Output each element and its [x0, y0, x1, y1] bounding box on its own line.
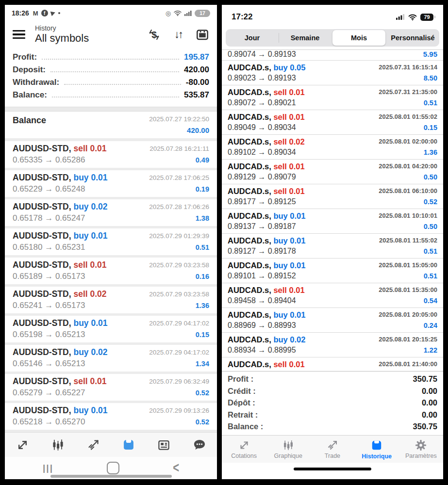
trade-action: buy 0.01 [73, 405, 107, 415]
trade-icon [327, 439, 338, 451]
account-summary: Profit: 195.87 Deposit: 420.00 Withdrawa… [5, 48, 217, 107]
menu-button[interactable] [13, 30, 25, 39]
signal-icon [184, 10, 192, 16]
history-tab[interactable] [121, 437, 136, 452]
tab-personnalise[interactable]: Personnalisé [386, 29, 439, 47]
battery-percent: 17 [199, 10, 205, 16]
home-indicator[interactable] [294, 468, 371, 470]
trade-symbol: AUDCAD.s, [228, 211, 271, 220]
tab-jour[interactable]: Jour [226, 29, 279, 47]
trade-row[interactable]: AUDUSD-STD, sell 0.01 0.65279 → 0.65227 … [5, 374, 217, 403]
summary-value: 420.00 [184, 65, 209, 75]
gesture-pill[interactable] [50, 475, 172, 478]
trade-symbol: AUDCAD.s, [228, 137, 271, 146]
partial-trade-row[interactable]: 0.89074 → 0.89193 5.95 [222, 50, 443, 61]
trade-row[interactable]: AUDCAD.s, sell 0.01 0.89458 → 0.89404 20… [222, 283, 443, 308]
quotes-tab[interactable] [15, 437, 30, 452]
trade-row[interactable]: AUDCAD.s, sell 0.01 0.89129 → 0.89079 20… [222, 160, 443, 184]
android-history-screen: 18:26 M f ◎ 17 History All symbols $ [5, 5, 217, 479]
back-button[interactable]: < [173, 460, 179, 476]
trade-action: sell 0.01 [273, 360, 304, 369]
trade-action: sell 0.01 [73, 376, 106, 386]
trade-prices: 0.89023 → 0.89193 [228, 73, 379, 83]
trade-row[interactable]: AUDCAD.s, sell 0.01 0.89049 → 0.89034 20… [222, 110, 443, 135]
trade-symbol: AUDUSD-STD, [13, 260, 71, 270]
trade-row[interactable]: AUDUSD-STD, sell 0.01 0.65335 → 0.65286 … [5, 141, 217, 170]
tab-semaine[interactable]: Semaine [279, 29, 332, 47]
trade-row[interactable]: AUDUSD-STD, buy 0.01 0.65180 → 0.65231 2… [5, 228, 217, 258]
trade-row[interactable]: AUDCAD.s, buy 0.01 0.89101 → 0.89152 202… [222, 259, 443, 283]
trade-row[interactable]: AUDUSD-STD, sell 0.02 0.65241 → 0.65173 … [5, 287, 217, 316]
trade-action: sell 0.01 [273, 286, 304, 294]
trade-row[interactable]: AUDUSD-STD, buy 0.02 0.65178 → 0.65247 2… [5, 199, 217, 228]
nav-historique[interactable]: Historique [356, 439, 397, 460]
trade-row[interactable]: AUDCAD.s, buy 0.05 0.89023 → 0.89193 202… [222, 61, 443, 85]
trade-row[interactable]: AUDUSD-STD, buy 0.01 0.65229 → 0.65248 2… [5, 170, 217, 199]
home-button[interactable] [107, 462, 119, 474]
summary-value: 0.00 [422, 398, 437, 407]
summary-value: 0.00 [422, 387, 437, 396]
trade-row[interactable]: AUDCAD.s, sell 0.01 0.89177 → 0.89125 20… [222, 184, 443, 209]
trade-action: sell 0.01 [73, 144, 106, 153]
balance-entry[interactable]: Balance 2025.07.27 19:22:50 420.00 [5, 112, 217, 141]
trade-action: sell 0.01 [273, 187, 304, 195]
gear-icon [415, 439, 427, 451]
tab-mois[interactable]: Mois [332, 30, 385, 46]
news-tab[interactable] [157, 437, 171, 452]
charts-tab[interactable] [50, 437, 65, 452]
trade-datetime: 2025.07.29 01:29:39 [149, 231, 209, 241]
recents-button[interactable]: ||| [43, 463, 53, 473]
summary-row: Profit : 350.75 [228, 373, 437, 386]
trade-row[interactable]: AUDUSD-STD, sell 0.01 0.65189 → 0.65173 … [5, 258, 217, 287]
trade-profit: 8.50 [379, 74, 437, 82]
trade-symbol: AUDCAD.s, [228, 360, 271, 369]
messages-tab[interactable] [192, 437, 207, 452]
summary-label: Profit: [13, 52, 37, 62]
trade-profit: 0.19 [149, 185, 209, 193]
trade-action: buy 0.01 [273, 211, 305, 220]
trade-tab[interactable] [86, 437, 100, 452]
history-list: 0.89074 → 0.89193 5.95 AUDCAD.s, buy 0.0… [222, 49, 443, 371]
summary-value: 195.87 [184, 52, 209, 62]
trade-row[interactable]: AUDCAD.s, buy 0.02 0.88934 → 0.88995 202… [222, 333, 443, 357]
facebook-icon: f [41, 10, 48, 16]
trade-symbol: AUDUSD-STD, [13, 202, 71, 211]
summary-row: Dépôt : 0.00 [228, 397, 437, 409]
nav-graphique[interactable]: Graphique [268, 439, 309, 459]
trade-datetime: 2025.08.01 04:20:00 [379, 162, 437, 171]
sort-icon[interactable]: ↓↑ [174, 28, 182, 41]
gmail-icon: M [33, 10, 38, 17]
nav-cotations[interactable]: Cotations [224, 439, 265, 459]
trade-datetime: 2025.08.01 20:05:00 [379, 310, 437, 320]
trade-row[interactable]: AUDUSD-STD, buy 0.02 0.65146 → 0.65213 2… [5, 345, 217, 374]
trade-profit: 1.34 [149, 360, 209, 368]
trade-row[interactable]: AUDUSD-STD, buy 0.01 0.65198 → 0.65213 2… [5, 316, 217, 345]
trade-datetime: 2025.08.01 15:35:00 [379, 285, 437, 295]
history-inbox-icon [370, 439, 383, 452]
trade-row[interactable]: AUDCAD.s, buy 0.01 0.89137 → 0.89187 202… [222, 209, 443, 234]
trade-prices: 0.89101 → 0.89152 [228, 271, 379, 281]
trade-action: buy 0.01 [273, 236, 305, 245]
trade-symbol: AUDUSD-STD, [13, 405, 71, 415]
trade-profit: 0.51 [149, 243, 209, 251]
trade-symbol: AUDCAD.s, [228, 63, 271, 72]
calendar-icon[interactable] [196, 28, 209, 41]
trade-datetime: 2025.07.28 17:06:25 [149, 173, 209, 183]
trade-row[interactable]: AUDCAD.s, buy 0.01 0.89127 → 0.89178 202… [222, 234, 443, 259]
trade-row[interactable]: AUDCAD.s, buy 0.01 0.88969 → 0.88993 202… [222, 308, 443, 333]
currency-exchange-icon[interactable]: $ [148, 28, 161, 41]
send-icon [50, 10, 56, 16]
nav-trade[interactable]: Trade [312, 439, 353, 459]
trade-action: buy 0.01 [273, 310, 305, 319]
trade-row[interactable]: AUDCAD.s, sell 0.01 0.89021 → 0.88970 20… [222, 357, 443, 371]
summary-row: Balance : 350.75 [228, 421, 437, 433]
trade-row[interactable]: AUDCAD.s, sell 0.01 0.89072 → 0.89021 20… [222, 85, 443, 110]
trade-prices: 0.89102 → 0.89034 [228, 147, 379, 157]
trade-datetime: 2025.08.01 11:55:02 [379, 236, 437, 245]
nav-parametres[interactable]: Paramètres [400, 439, 441, 459]
trade-prices: 0.89137 → 0.89187 [228, 222, 379, 231]
trade-prices: 0.89072 → 0.89021 [228, 98, 379, 108]
trade-prices: 0.89127 → 0.89178 [228, 246, 379, 256]
trade-row[interactable]: AUDCAD.s, sell 0.02 0.89102 → 0.89034 20… [222, 135, 443, 160]
trade-row[interactable]: AUDUSD-STD, buy 0.01 0.65218 → 0.65270 2… [5, 403, 217, 432]
